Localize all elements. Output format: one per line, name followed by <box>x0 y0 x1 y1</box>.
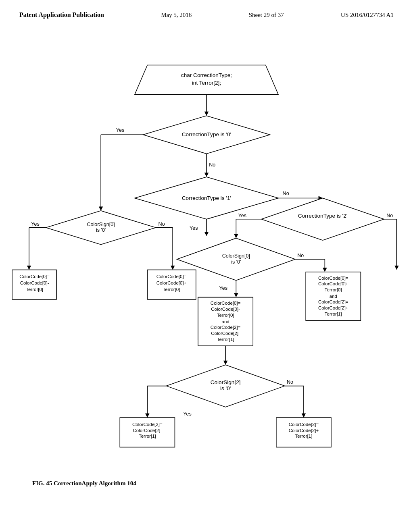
svg-text:ColorCode[0]=: ColorCode[0]= <box>19 274 50 279</box>
svg-text:No: No <box>297 253 304 258</box>
svg-marker-41 <box>261 198 384 240</box>
svg-text:ColorCode[2]-: ColorCode[2]- <box>133 428 162 433</box>
svg-text:Yes: Yes <box>31 221 39 227</box>
svg-text:Terror[1]: Terror[1] <box>295 434 313 438</box>
svg-text:int Terror[2];: int Terror[2]; <box>192 80 221 86</box>
svg-text:Yes: Yes <box>183 411 192 417</box>
svg-text:and: and <box>330 294 337 299</box>
svg-text:Terror[1]: Terror[1] <box>325 312 342 316</box>
figure-caption: FIG. 45 CorrectionApply Algorithm 104 <box>32 480 136 487</box>
svg-text:Terror[0]: Terror[0] <box>217 313 234 318</box>
svg-text:No: No <box>386 213 393 218</box>
svg-text:No: No <box>209 162 215 168</box>
svg-text:ColorCode[0]=: ColorCode[0]= <box>211 301 241 305</box>
svg-text:ColorCode[2]=: ColorCode[2]= <box>318 299 348 304</box>
svg-text:ColorCode[2]-: ColorCode[2]- <box>211 331 240 336</box>
svg-text:No: No <box>287 379 293 385</box>
patent-number: US 2016/0127734 A1 <box>341 12 394 19</box>
svg-text:ColorCode[2]=: ColorCode[2]= <box>211 325 241 330</box>
svg-text:Terror[1]: Terror[1] <box>217 337 234 342</box>
svg-text:is '0': is '0' <box>220 385 231 391</box>
fig-title: CorrectionApply Algorithm 104 <box>54 480 136 486</box>
svg-text:Yes: Yes <box>219 285 227 291</box>
svg-text:is '0': is '0' <box>96 227 106 233</box>
svg-marker-49 <box>394 266 398 270</box>
svg-text:CorrectionType is '0': CorrectionType is '0' <box>182 131 231 137</box>
svg-text:char CorrectionType;: char CorrectionType; <box>181 72 232 78</box>
svg-text:ColorCode[2]+: ColorCode[2]+ <box>289 428 319 433</box>
svg-text:No: No <box>159 221 165 227</box>
svg-text:ColorCode[0]-: ColorCode[0]- <box>211 307 240 312</box>
svg-text:Terror[0]: Terror[0] <box>163 287 180 292</box>
svg-text:Terror[0]: Terror[0] <box>325 287 342 292</box>
svg-text:ColorCode[0]+: ColorCode[0]+ <box>318 281 348 286</box>
svg-marker-20 <box>204 232 209 236</box>
svg-text:is '0': is '0' <box>231 259 241 265</box>
svg-text:No: No <box>283 191 289 196</box>
svg-marker-85 <box>223 361 227 365</box>
svg-text:ColorCode[2]+: ColorCode[2]+ <box>318 305 348 310</box>
publication-title: Patent Application Publication <box>19 11 104 19</box>
svg-text:ColorSign[2]: ColorSign[2] <box>211 379 241 385</box>
svg-marker-27 <box>27 266 31 270</box>
publication-date: May 5, 2016 <box>161 12 192 19</box>
svg-text:ColorSign[0]: ColorSign[0] <box>222 253 250 259</box>
svg-marker-92 <box>145 414 149 418</box>
svg-text:ColorCode[0]-: ColorCode[0]- <box>20 281 49 285</box>
flowchart-diagram: char CorrectionType; int Terror[2]; Corr… <box>0 52 413 496</box>
svg-text:CorrectionType is '1': CorrectionType is '1' <box>182 195 231 201</box>
svg-text:and: and <box>222 319 229 324</box>
svg-marker-14 <box>99 206 103 210</box>
svg-text:ColorCode[0]=: ColorCode[0]= <box>156 274 187 279</box>
svg-text:Terror[0]: Terror[0] <box>26 287 43 292</box>
svg-text:ColorCode[0]=: ColorCode[0]= <box>318 276 348 281</box>
svg-text:ColorSign[0]: ColorSign[0] <box>87 222 115 227</box>
svg-marker-4 <box>204 112 209 116</box>
svg-text:ColorCode[2]=: ColorCode[2]= <box>289 422 319 427</box>
svg-text:ColorCode[0]+: ColorCode[0]+ <box>156 281 187 285</box>
svg-marker-31 <box>171 266 175 270</box>
svg-marker-55 <box>234 293 238 297</box>
svg-text:Yes: Yes <box>190 225 198 231</box>
sheet-number: Sheet 29 of 37 <box>249 12 284 19</box>
svg-text:ColorCode[2]=: ColorCode[2]= <box>132 422 163 427</box>
svg-text:Yes: Yes <box>116 127 125 133</box>
svg-text:CorrectionType is '2': CorrectionType is '2' <box>298 213 347 219</box>
svg-text:Yes: Yes <box>238 213 247 218</box>
svg-marker-95 <box>302 414 306 418</box>
svg-marker-45 <box>234 234 238 238</box>
svg-marker-59 <box>323 268 327 272</box>
svg-marker-9 <box>204 173 209 177</box>
fig-number: FIG. 45 <box>32 480 52 486</box>
svg-text:Terror[1]: Terror[1] <box>139 434 156 438</box>
